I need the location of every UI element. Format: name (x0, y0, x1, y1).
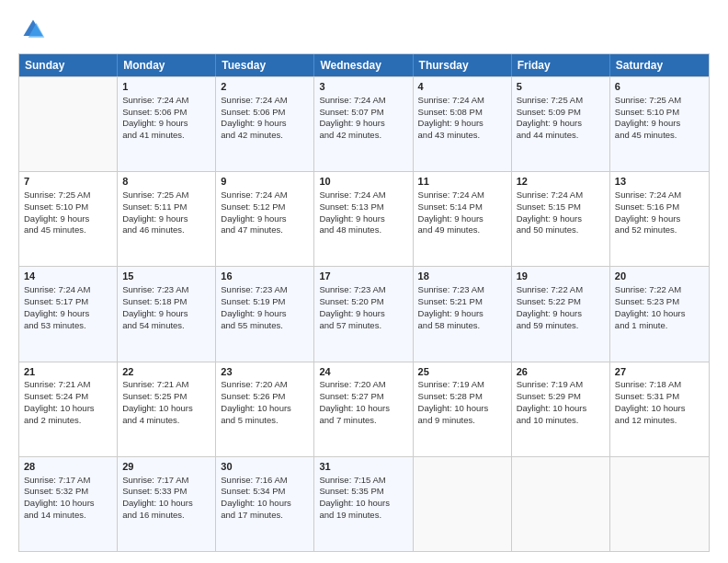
day-info-line: and 42 minutes. (319, 130, 407, 142)
day-number: 13 (615, 175, 704, 189)
day-info-line: Sunset: 5:21 PM (418, 296, 506, 308)
day-info-line: Daylight: 9 hours (615, 118, 704, 130)
calendar-cell: 30Sunrise: 7:16 AMSunset: 5:34 PMDayligh… (216, 457, 314, 551)
day-info-line: Daylight: 9 hours (122, 118, 210, 130)
day-info-line: and 12 minutes. (615, 415, 704, 427)
day-info-line: Daylight: 10 hours (221, 498, 309, 510)
day-info-line: Sunrise: 7:25 AM (615, 95, 704, 107)
day-info-line: Sunset: 5:32 PM (24, 486, 112, 498)
day-info-line: Daylight: 9 hours (418, 213, 506, 225)
calendar-row: 21Sunrise: 7:21 AMSunset: 5:24 PMDayligh… (19, 362, 709, 456)
calendar-cell (610, 457, 709, 551)
day-number: 28 (24, 460, 112, 474)
day-info-line: Sunrise: 7:23 AM (221, 284, 309, 296)
calendar-cell: 25Sunrise: 7:19 AMSunset: 5:28 PMDayligh… (414, 362, 512, 456)
calendar-cell: 8Sunrise: 7:25 AMSunset: 5:11 PMDaylight… (118, 172, 216, 266)
day-info-line: Daylight: 10 hours (319, 498, 407, 510)
day-info-line: Sunrise: 7:16 AM (221, 475, 309, 487)
calendar-cell: 14Sunrise: 7:24 AMSunset: 5:17 PMDayligh… (19, 267, 118, 361)
day-info-line: and 5 minutes. (221, 415, 309, 427)
day-number: 20 (615, 270, 704, 283)
day-info-line: and 57 minutes. (319, 320, 407, 332)
calendar-cell: 12Sunrise: 7:24 AMSunset: 5:15 PMDayligh… (512, 172, 610, 266)
day-info-line: Sunrise: 7:25 AM (517, 95, 605, 107)
calendar-cell: 22Sunrise: 7:21 AMSunset: 5:25 PMDayligh… (118, 362, 216, 456)
calendar-cell: 21Sunrise: 7:21 AMSunset: 5:24 PMDayligh… (19, 362, 118, 456)
calendar: SundayMondayTuesdayWednesdayThursdayFrid… (18, 53, 710, 552)
day-info-line: and 2 minutes. (24, 415, 112, 427)
day-info-line: Sunset: 5:06 PM (221, 107, 309, 119)
day-info-line: Sunset: 5:11 PM (122, 201, 210, 213)
day-info-line: Sunset: 5:35 PM (319, 486, 407, 498)
day-info-line: and 41 minutes. (122, 130, 210, 142)
day-number: 27 (615, 365, 704, 379)
calendar-cell: 6Sunrise: 7:25 AMSunset: 5:10 PMDaylight… (610, 77, 709, 171)
calendar-row: 1Sunrise: 7:24 AMSunset: 5:06 PMDaylight… (19, 76, 709, 171)
day-info-line: Sunset: 5:18 PM (122, 296, 210, 308)
day-number: 11 (418, 175, 506, 189)
calendar-cell: 23Sunrise: 7:20 AMSunset: 5:26 PMDayligh… (216, 362, 314, 456)
day-info-line: Sunset: 5:19 PM (221, 296, 309, 308)
day-info-line: and 50 minutes. (517, 224, 605, 236)
calendar-cell (414, 457, 512, 551)
day-info-line: Sunrise: 7:24 AM (418, 190, 506, 201)
day-info-line: and 58 minutes. (418, 320, 506, 332)
day-number: 8 (122, 175, 210, 189)
day-info-line: Sunset: 5:06 PM (122, 107, 210, 119)
day-info-line: and 16 minutes. (122, 510, 210, 522)
day-info-line: Sunrise: 7:24 AM (319, 95, 407, 107)
calendar-cell (19, 77, 118, 171)
day-number: 6 (615, 80, 704, 94)
day-number: 16 (221, 270, 309, 283)
day-number: 1 (122, 80, 210, 94)
day-info-line: Daylight: 9 hours (418, 308, 506, 320)
day-info-line: Sunrise: 7:23 AM (418, 284, 506, 296)
day-info-line: Daylight: 9 hours (418, 118, 506, 130)
day-info-line: Sunset: 5:15 PM (517, 201, 605, 213)
calendar-cell (512, 457, 610, 551)
day-info-line: and 9 minutes. (418, 415, 506, 427)
calendar-cell: 1Sunrise: 7:24 AMSunset: 5:06 PMDaylight… (118, 77, 216, 171)
day-info-line: Daylight: 9 hours (517, 118, 605, 130)
day-info-line: Daylight: 10 hours (615, 308, 704, 320)
logo-icon (20, 17, 46, 42)
calendar-cell: 18Sunrise: 7:23 AMSunset: 5:21 PMDayligh… (414, 267, 512, 361)
weekday-header: Saturday (610, 54, 709, 76)
logo (18, 17, 46, 46)
calendar-cell: 3Sunrise: 7:24 AMSunset: 5:07 PMDaylight… (314, 77, 413, 171)
calendar-cell: 15Sunrise: 7:23 AMSunset: 5:18 PMDayligh… (118, 267, 216, 361)
calendar-cell: 17Sunrise: 7:23 AMSunset: 5:20 PMDayligh… (314, 267, 413, 361)
calendar-cell: 31Sunrise: 7:15 AMSunset: 5:35 PMDayligh… (314, 457, 413, 551)
day-info-line: and 47 minutes. (221, 224, 309, 236)
day-info-line: Sunrise: 7:20 AM (319, 379, 407, 391)
day-number: 31 (319, 460, 407, 474)
day-info-line: Sunset: 5:20 PM (319, 296, 407, 308)
weekday-header: Monday (118, 54, 216, 76)
day-info-line: Sunrise: 7:22 AM (517, 284, 605, 296)
day-info-line: and 45 minutes. (24, 224, 112, 236)
day-number: 5 (517, 80, 605, 94)
day-info-line: Sunset: 5:14 PM (418, 201, 506, 213)
day-info-line: Sunrise: 7:21 AM (24, 379, 112, 391)
calendar-cell: 5Sunrise: 7:25 AMSunset: 5:09 PMDaylight… (512, 77, 610, 171)
day-info-line: Sunrise: 7:25 AM (122, 190, 210, 201)
calendar-cell: 10Sunrise: 7:24 AMSunset: 5:13 PMDayligh… (314, 172, 413, 266)
day-info-line: Sunset: 5:12 PM (221, 201, 309, 213)
day-number: 18 (418, 270, 506, 283)
day-number: 21 (24, 365, 112, 379)
day-info-line: Sunset: 5:09 PM (517, 107, 605, 119)
day-info-line: Sunrise: 7:25 AM (24, 190, 112, 201)
day-info-line: Sunrise: 7:21 AM (122, 379, 210, 391)
calendar-cell: 7Sunrise: 7:25 AMSunset: 5:10 PMDaylight… (19, 172, 118, 266)
day-info-line: Daylight: 10 hours (122, 403, 210, 415)
weekday-header: Friday (512, 54, 610, 76)
day-number: 24 (319, 365, 407, 379)
day-info-line: and 55 minutes. (221, 320, 309, 332)
day-info-line: Sunset: 5:27 PM (319, 391, 407, 403)
calendar-header: SundayMondayTuesdayWednesdayThursdayFrid… (19, 54, 709, 76)
day-info-line: Daylight: 9 hours (319, 118, 407, 130)
calendar-cell: 26Sunrise: 7:19 AMSunset: 5:29 PMDayligh… (512, 362, 610, 456)
day-info-line: Sunrise: 7:24 AM (319, 190, 407, 201)
day-info-line: and 10 minutes. (517, 415, 605, 427)
day-info-line: and 44 minutes. (517, 130, 605, 142)
